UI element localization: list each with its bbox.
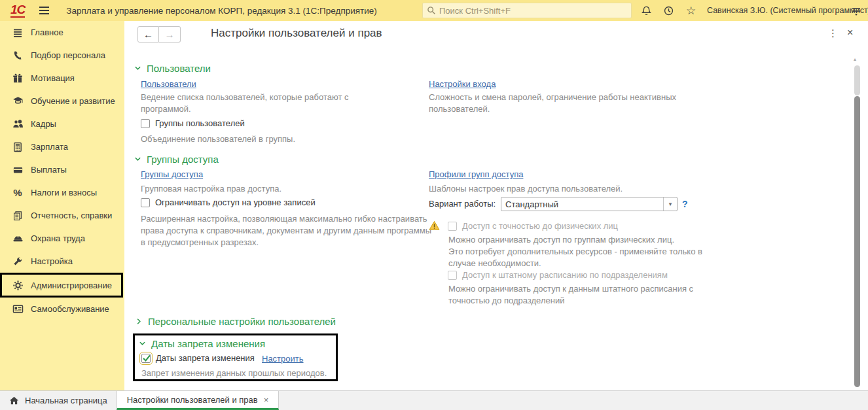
dropdown-arrow-icon[interactable]: ▾ xyxy=(663,197,677,211)
global-search[interactable] xyxy=(422,3,632,18)
restrict-records-checkbox[interactable] xyxy=(141,198,150,207)
gift-icon xyxy=(12,73,24,84)
sidebar-item-samoobsluzhivanie[interactable]: Самообслуживание xyxy=(0,298,124,320)
home-page-tab[interactable]: Начальная страница xyxy=(0,391,107,410)
dates-section-highlight-box: Даты запрета изменения Даты запрета изме… xyxy=(133,333,338,381)
section-dates-header[interactable]: Даты запрета изменения xyxy=(139,338,265,349)
persons-access-desc2: Это потребует дополнительных ресурсов - … xyxy=(448,246,727,269)
section-users-header[interactable]: Пользователи xyxy=(134,63,211,74)
login-settings-link[interactable]: Настройки входа xyxy=(429,79,496,89)
taskbar: Начальная страница Настройки пользовател… xyxy=(0,390,868,410)
graduation-cap-icon xyxy=(12,95,24,107)
close-form-icon[interactable]: × xyxy=(847,27,853,39)
report-icon xyxy=(12,210,24,222)
work-mode-label: Вариант работы: xyxy=(429,199,496,209)
notifications-bell-icon[interactable] xyxy=(640,5,653,17)
restrict-records-checkbox-row[interactable]: Ограничивать доступ на уровне записей xyxy=(141,197,316,207)
people-icon xyxy=(12,118,24,130)
staffing-access-desc: Можно ограничивать доступ к данным штатн… xyxy=(448,283,714,307)
sidebar-item-otchetnost[interactable]: Отчетность, справки xyxy=(0,204,124,227)
sidebar-item-kadry[interactable]: Кадры xyxy=(0,112,124,135)
chevron-down-icon xyxy=(134,65,141,72)
page-title: Настройки пользователей и прав xyxy=(211,27,382,40)
favorites-star-icon[interactable]: ☆ xyxy=(685,5,697,17)
administration-highlight-box: Администрирование xyxy=(0,273,123,298)
scrollbar-track xyxy=(854,65,860,95)
scrollbar-thumb[interactable] xyxy=(854,96,860,387)
dates-desc: Запрет изменения данных прошлых периодов… xyxy=(141,367,327,379)
calculator-icon xyxy=(12,141,24,153)
phone-icon xyxy=(12,50,24,61)
sidebar: Главное Подбор персонала Мотивация Обуче… xyxy=(0,21,124,390)
access-profiles-link[interactable]: Профили групп доступа xyxy=(429,169,523,179)
staffing-access-checkbox-row: Доступ к штатному расписанию по подразде… xyxy=(448,270,668,280)
access-groups-link[interactable]: Группы доступа xyxy=(141,169,203,179)
back-button[interactable]: ← xyxy=(137,26,159,43)
restrict-records-desc: Расширенная настройка, позволяющая макси… xyxy=(141,213,435,248)
gear-icon xyxy=(12,279,24,291)
current-user[interactable]: Савинская З.Ю. (Системный программист) xyxy=(707,6,868,15)
persons-access-checkbox-row: Доступ с точностью до физических лиц xyxy=(448,221,618,231)
sidebar-item-glavnoe[interactable]: Главное xyxy=(0,21,124,44)
chevron-down-icon xyxy=(139,340,146,347)
work-mode-value: Стандартный xyxy=(501,199,663,209)
1c-logo-icon[interactable]: 1С xyxy=(10,3,25,18)
login-settings-desc: Сложность и смена паролей, ограничение р… xyxy=(429,92,707,115)
section-personal-settings-header[interactable]: Персональные настройки пользователей xyxy=(136,316,336,327)
help-icon[interactable]: ? xyxy=(682,199,688,209)
work-mode-select[interactable]: Стандартный ▾ xyxy=(501,197,678,211)
persons-access-checkbox xyxy=(448,222,457,231)
history-nav-buttons: ← → xyxy=(137,26,181,43)
users-desc: Ведение списка пользователей, которые ра… xyxy=(141,92,383,115)
users-link[interactable]: Пользователи xyxy=(141,79,196,89)
main-menu-icon[interactable] xyxy=(39,7,49,14)
wrench-icon xyxy=(12,256,24,267)
check-icon xyxy=(142,354,151,363)
sidebar-item-ohrana-truda[interactable]: Охрана труда xyxy=(0,227,124,250)
access-groups-desc: Групповая настройка прав доступа. xyxy=(141,183,281,195)
percent-icon: % xyxy=(12,187,24,199)
user-groups-checkbox[interactable] xyxy=(141,119,150,128)
persons-access-desc1: Можно ограничивать доступ по группам физ… xyxy=(448,234,756,246)
wallet-icon xyxy=(12,164,24,176)
tab-close-icon[interactable]: × xyxy=(264,395,269,405)
forward-button[interactable]: → xyxy=(159,26,181,43)
user-groups-checkbox-row[interactable]: Группы пользователей xyxy=(141,118,245,128)
id-card-icon xyxy=(12,303,24,315)
warning-icon xyxy=(429,220,440,233)
sidebar-item-vyplaty[interactable]: Выплаты xyxy=(0,158,124,181)
dates-checkbox-row[interactable]: Даты запрета изменения xyxy=(141,353,255,363)
sidebar-item-nalogi[interactable]: % Налоги и взносы xyxy=(0,181,124,204)
helmet-icon xyxy=(12,233,24,245)
scrollbar-up-icon[interactable]: ▴ xyxy=(854,56,856,62)
panel-settings-icon[interactable] xyxy=(850,5,862,17)
access-profiles-desc: Шаблоны настроек прав доступа пользовате… xyxy=(429,183,623,195)
dates-checkbox[interactable] xyxy=(141,354,151,363)
menu-lines-icon xyxy=(12,27,24,39)
app-title: Зарплата и управление персоналом КОРП, р… xyxy=(66,6,376,16)
sidebar-item-obuchenie[interactable]: Обучение и развитие xyxy=(0,90,124,112)
chevron-down-icon xyxy=(134,156,141,163)
sidebar-item-zarplata[interactable]: Зарплата xyxy=(0,135,124,158)
sidebar-item-administrirovanie[interactable]: Администрирование xyxy=(2,275,121,296)
chevron-right-icon xyxy=(136,318,143,325)
history-icon[interactable] xyxy=(662,5,675,17)
tab-user-rights-settings[interactable]: Настройки пользователей и прав × xyxy=(117,391,279,410)
search-icon xyxy=(427,6,436,15)
user-groups-desc: Объединение пользователей в группы. xyxy=(141,133,295,145)
sidebar-item-motivatsiya[interactable]: Мотивация xyxy=(0,67,124,90)
more-menu-icon[interactable]: ⋮ xyxy=(828,27,838,39)
search-input[interactable] xyxy=(439,6,627,16)
home-icon xyxy=(9,396,19,405)
section-access-groups-header[interactable]: Группы доступа xyxy=(134,154,219,165)
staffing-access-checkbox xyxy=(448,271,457,280)
dates-configure-link[interactable]: Настроить xyxy=(262,354,304,364)
sidebar-item-podbor-personala[interactable]: Подбор персонала xyxy=(0,44,124,67)
sidebar-item-nastroyka[interactable]: Настройка xyxy=(0,250,124,273)
